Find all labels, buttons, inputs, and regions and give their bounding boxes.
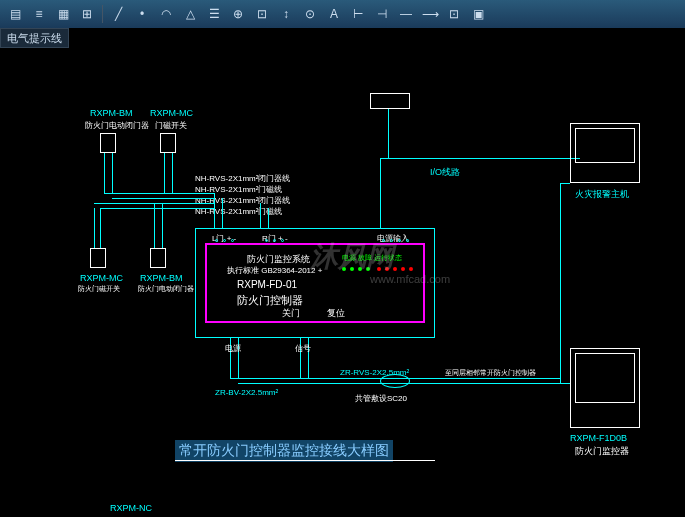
term-1 <box>215 239 218 242</box>
wire-io-h <box>380 158 580 159</box>
label-conduit: 共管敷设SC20 <box>355 393 407 404</box>
label-rxpm-bm: RXPM-BM <box>90 108 133 118</box>
term-8 <box>390 239 393 242</box>
component-mc <box>160 133 176 153</box>
label-mc2-desc: 防火门磁开关 <box>78 284 120 294</box>
tool-btn-6[interactable]: • <box>131 3 153 25</box>
drawing-title: 常开防火门控制器监控接线大样图 <box>175 440 393 462</box>
term-7 <box>382 239 385 242</box>
wire-mod-v <box>388 109 389 158</box>
tool-btn-10[interactable]: ⊕ <box>227 3 249 25</box>
wire-host-h <box>560 183 570 184</box>
term-4 <box>265 239 268 242</box>
tool-btn-9[interactable]: ☰ <box>203 3 225 25</box>
led-g4 <box>366 267 370 271</box>
label-next: 至同层相邻常开防火门控制器 <box>445 368 536 378</box>
label-signal: 信号 <box>295 343 311 354</box>
label-cable3: NH-RVS-2X1mm²闭门器线 <box>195 195 290 206</box>
term-10 <box>406 239 409 242</box>
wire-v6 <box>222 198 223 228</box>
conduit-oval <box>380 374 410 388</box>
drawing-canvas[interactable]: RXPM-BM RXPM-MC 防火门电动闭门器 门磁开关 RXPM-MC RX… <box>0 48 685 517</box>
controller-box: L门 + - R门 + - 电源输入 防火门监控系统 执行标准 GB29364-… <box>205 243 425 323</box>
wire-v4 <box>172 153 173 193</box>
wire-h4 <box>100 208 214 209</box>
tool-btn-4[interactable]: ⊞ <box>76 3 98 25</box>
label-rxpm-mc: RXPM-MC <box>150 108 193 118</box>
tool-btn-2[interactable]: ≡ <box>28 3 50 25</box>
wire-v1 <box>104 153 105 193</box>
label-io: I/O线路 <box>430 166 460 179</box>
title-underline <box>175 460 435 461</box>
led-g3 <box>358 267 362 271</box>
label-cable1: NH-RVS-2X1mm²闭门器线 <box>195 173 290 184</box>
tool-btn-3[interactable]: ▦ <box>52 3 74 25</box>
term-9 <box>398 239 401 242</box>
io-module <box>370 93 410 109</box>
separator <box>102 5 103 23</box>
tool-btn-11[interactable]: ⊡ <box>251 3 273 25</box>
wire-h1 <box>104 193 214 194</box>
wire-io-v <box>380 158 381 228</box>
wire-v10 <box>100 208 101 248</box>
tool-btn-8[interactable]: △ <box>179 3 201 25</box>
term-2 <box>223 239 226 242</box>
title-bar: ▤ ≡ ▦ ⊞ ╱ • ◠ △ ☰ ⊕ ⊡ ↕ ⊙ A ⊢ ⊣ — ⟶ ⊡ ▣ <box>0 0 685 28</box>
tool-btn-18[interactable]: ⟶ <box>419 3 441 25</box>
wire-v8 <box>268 208 269 228</box>
led-r4 <box>401 267 405 271</box>
tool-btn-7[interactable]: ◠ <box>155 3 177 25</box>
led-r3 <box>393 267 397 271</box>
wire-h2 <box>112 198 214 199</box>
tool-btn-19[interactable]: ⊡ <box>443 3 465 25</box>
label-power: 电源 <box>225 343 241 354</box>
wire-v3 <box>164 153 165 193</box>
label-mc-desc: 门磁开关 <box>155 120 187 131</box>
wire-mon-h <box>560 383 570 384</box>
monitor-screen <box>575 353 635 403</box>
tab-label[interactable]: 电气提示线 <box>0 28 69 48</box>
label-rxpm-bm2: RXPM-BM <box>140 273 183 283</box>
led-r5 <box>409 267 413 271</box>
term-5 <box>273 239 276 242</box>
led-r1 <box>377 267 381 271</box>
ctrl-fault: 电源 故障 运行状态 <box>342 253 402 263</box>
ctrl-model: RXPM-FD-01 <box>237 279 297 290</box>
tool-btn-5[interactable]: ╱ <box>107 3 129 25</box>
ctrl-std: 执行标准 GB29364-2012 + <box>227 265 322 276</box>
component-bm2 <box>150 248 166 268</box>
tool-btn-16[interactable]: ⊣ <box>371 3 393 25</box>
label-monitor: 防火门监控器 <box>575 445 629 458</box>
wire-v7 <box>260 203 261 228</box>
wire-v9 <box>94 208 95 248</box>
led-r2 <box>385 267 389 271</box>
tool-btn-14[interactable]: A <box>323 3 345 25</box>
tool-btn-20[interactable]: ▣ <box>467 3 489 25</box>
term-3 <box>231 239 234 242</box>
tool-btn-13[interactable]: ⊙ <box>299 3 321 25</box>
label-f1dob: RXPM-F1D0B <box>570 433 627 443</box>
led-g1 <box>342 267 346 271</box>
label-rxpm-mc2: RXPM-MC <box>80 273 123 283</box>
wire-v2 <box>112 153 113 193</box>
component-mc2 <box>90 248 106 268</box>
wire-v12 <box>162 203 163 248</box>
wire-v11 <box>154 203 155 248</box>
ctrl-close: 关门 <box>282 307 300 320</box>
wire-host-v <box>560 183 561 383</box>
host-screen <box>575 128 635 163</box>
term-6 <box>281 239 284 242</box>
label-bm-desc: 防火门电动闭门器 <box>85 120 149 131</box>
led-g2 <box>350 267 354 271</box>
label-bm2-desc: 防火门电动闭门器 <box>138 284 194 294</box>
tool-btn-1[interactable]: ▤ <box>4 3 26 25</box>
component-bm <box>100 133 116 153</box>
tool-btn-12[interactable]: ↕ <box>275 3 297 25</box>
ctrl-name: 防火门控制器 <box>237 293 303 308</box>
label-zrbv: ZR-BV-2X2.5mm² <box>215 388 278 397</box>
tool-btn-15[interactable]: ⊢ <box>347 3 369 25</box>
wire-v5 <box>214 193 215 228</box>
tool-btn-17[interactable]: — <box>395 3 417 25</box>
label-host: 火灾报警主机 <box>575 188 629 201</box>
ctrl-reset: 复位 <box>327 307 345 320</box>
